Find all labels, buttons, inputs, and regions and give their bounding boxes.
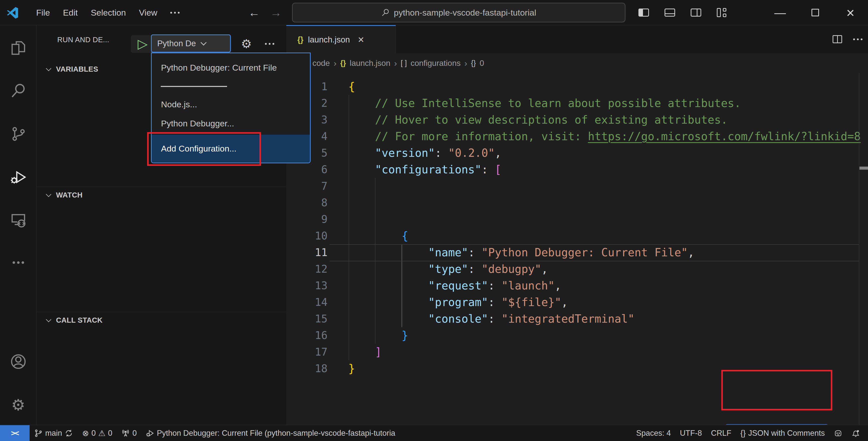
breadcrumb-symbol[interactable]: configurations [411,59,461,68]
problems-status[interactable]: ⊗ 0 ⚠ 0 [78,425,117,441]
add-configuration-button[interactable]: Add Configuration... [725,424,828,425]
code-line[interactable]: 12"type": "debugpy", [286,261,868,277]
breadcrumb-separator: › [394,58,397,68]
chevron-down-icon [46,66,51,71]
sync-icon [65,429,73,438]
run-and-debug-icon[interactable] [0,161,36,194]
code-line[interactable]: 1{ [286,79,868,95]
editor-scrollbar[interactable] [859,73,868,425]
line-number: 11 [286,244,328,261]
code-line[interactable]: 8 [286,195,868,211]
debug-icon [146,429,154,438]
accounts-icon[interactable] [0,345,36,378]
debug-status-text: Python Debugger: Current File (python-sa… [157,429,395,438]
line-number: 9 [286,211,328,228]
code-line[interactable]: 14"program": "${file}", [286,294,868,311]
menu-selection[interactable]: Selection [84,3,132,22]
code-line[interactable]: 17] [286,344,868,360]
menu-edit[interactable]: Edit [57,3,84,22]
json-file-icon: {} [340,59,346,67]
branch-name: main [45,429,62,438]
maximize-button[interactable] [798,0,833,25]
section-watch[interactable]: WATCH [37,187,286,203]
navigate-forward-button[interactable]: → [267,0,285,25]
braces-icon: {} [740,429,746,438]
eol-status[interactable]: CRLF [707,425,736,441]
tab-launch-json[interactable]: {} launch.json × [286,25,396,53]
remote-indicator[interactable]: >< [0,425,30,441]
code-line[interactable]: 6"configurations": [ [286,161,868,178]
encoding-status[interactable]: UTF-8 [675,425,707,441]
code-line[interactable]: 4// For more information, visit: https:/… [286,128,868,145]
source-control-icon[interactable] [0,118,36,150]
tab-label: launch.json [308,35,350,45]
notifications-bell[interactable] [847,425,865,441]
radio-tower-icon [121,429,130,438]
customize-layout-icon[interactable] [717,8,727,17]
indentation-status[interactable]: Spaces: 4 [632,425,675,441]
section-label: WATCH [56,191,83,199]
search-icon [381,8,390,17]
warning-count: 0 [108,429,112,438]
section-call-stack[interactable]: CALL STACK [37,312,286,328]
chevron-down-icon [46,317,51,322]
split-editor-icon[interactable] [833,35,842,43]
menu-file[interactable]: File [30,3,57,22]
copilot-status[interactable] [829,425,847,441]
warning-icon: ⚠ [98,429,105,438]
additional-views-icon[interactable] [0,246,36,279]
code-line[interactable]: 13"request": "launch", [286,277,868,294]
code-line[interactable]: 5"version": "0.2.0", [286,145,868,161]
code-line[interactable]: 16} [286,327,868,344]
dropdown-item-nodejs[interactable]: Node.js... [152,94,310,114]
toggle-primary-sidebar-icon[interactable] [639,8,649,17]
section-label: CALL STACK [56,316,103,324]
line-number: 18 [286,360,328,377]
code-line[interactable]: 9 [286,211,868,228]
configure-gear-icon[interactable]: ⚙ [238,35,255,53]
activity-bar: ⚙ [0,25,36,425]
remote-explorer-icon[interactable] [0,204,36,237]
menu-more-icon[interactable] [164,3,186,22]
code-line[interactable]: 11"name": "Python Debugger: Current File… [286,244,868,261]
ports-status[interactable]: 0 [117,425,141,441]
dropdown-item-current-file[interactable]: Python Debugger: Current File [152,58,310,78]
toggle-panel-icon[interactable] [664,8,675,17]
code-line[interactable]: 15"console": "integratedTerminal" [286,311,868,327]
close-button[interactable]: × [833,0,868,25]
explorer-icon[interactable] [0,32,36,64]
breadcrumb-file[interactable]: launch.json [350,59,390,68]
settings-gear-icon[interactable]: ⚙ [0,388,36,421]
menu-view[interactable]: View [132,3,164,22]
dropdown-item-python-debugger[interactable]: Python Debugger... [152,114,310,133]
status-bar-left: >< main ⊗ 0 ⚠ 0 0 [0,425,632,441]
search-text: python-sample-vscode-fastapi-tutorial [394,8,536,18]
git-branch-icon [34,429,43,438]
close-tab-icon[interactable]: × [358,34,364,46]
debug-configuration-select[interactable]: Python De [151,34,231,53]
breadcrumb-index[interactable]: 0 [480,59,484,68]
toggle-secondary-sidebar-icon[interactable] [691,8,701,17]
navigate-back-button[interactable]: ← [245,0,264,25]
start-debugging-button[interactable]: ▷ [135,35,150,53]
editor-more-actions-icon[interactable] [853,38,863,40]
editor-actions [833,25,863,53]
code-line[interactable]: 7 [286,178,868,195]
minimize-button[interactable]: — [763,0,798,25]
search-icon[interactable] [0,75,36,107]
window-controls: — × [763,0,868,25]
language-mode-status[interactable]: {} JSON with Comments [736,425,829,441]
scrollbar-thumb[interactable] [860,167,868,170]
branch-status[interactable]: main [30,425,78,441]
code-line[interactable]: 3// Hover to view descriptions of existi… [286,112,868,128]
code-line[interactable]: 2// Use IntelliSense to learn about poss… [286,95,868,112]
debug-status[interactable]: Python Debugger: Current File (python-sa… [141,425,400,441]
debug-more-actions-icon[interactable] [261,35,278,53]
title-bar: File Edit Selection View ← → python-samp… [0,0,868,25]
code-line[interactable]: 10{ [286,228,868,244]
breadcrumb-separator: › [464,58,467,68]
annotation-box-add-configuration-button [721,370,832,410]
breadcrumb-folder[interactable]: code [312,59,330,68]
command-center-search[interactable]: python-sample-vscode-fastapi-tutorial [292,3,625,22]
line-number: 10 [286,228,328,244]
